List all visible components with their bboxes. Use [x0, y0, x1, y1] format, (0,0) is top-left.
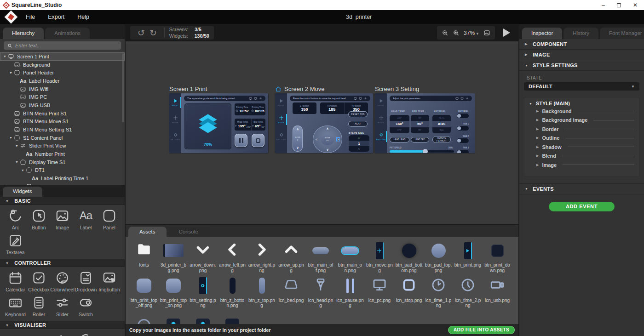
prt-speed-slider[interactable]	[390, 150, 454, 153]
asset-arrow_left.png[interactable]: arrow_left.png	[218, 240, 247, 273]
search-input[interactable]	[15, 43, 117, 48]
nav-print[interactable]: PRINT	[169, 97, 181, 108]
asset-arrow_right.png[interactable]: arrow_right.png	[247, 240, 276, 273]
style-item-border[interactable]: ▶Border	[529, 125, 634, 133]
widget-panel[interactable]: Panel	[98, 207, 121, 230]
menu-export[interactable]: Export	[41, 11, 71, 23]
steps-size-roller[interactable]: 1015	[349, 135, 369, 152]
widget-viz-spinner[interactable]	[74, 331, 98, 336]
close-button[interactable]: ✕	[633, 2, 638, 8]
screen-title-3[interactable]: Screen 3 Setting	[375, 85, 419, 92]
maximize-button[interactable]	[617, 3, 621, 7]
widget-viz-bar[interactable]	[27, 331, 51, 336]
widget-colorwheel[interactable]: Colorwheel	[51, 269, 74, 292]
widget-image[interactable]: Image	[51, 207, 74, 230]
expand-arrow-icon[interactable]: ▼	[14, 160, 19, 164]
asset-btn_print.png[interactable]: btn_print.png	[453, 240, 483, 273]
tab-assets[interactable]: Assets	[128, 227, 167, 237]
style-item-shadow[interactable]: ▶Shadow	[529, 143, 634, 151]
asset-btn_setting.png[interactable]: btn_setting.png	[188, 275, 218, 309]
widget-section-visualiser[interactable]: ▼VISUALISER	[0, 321, 125, 329]
undo-button[interactable]: ↺	[138, 28, 145, 37]
asset-icn_head.png[interactable]: icn_head.png	[306, 275, 335, 309]
asset-partial[interactable]	[159, 310, 188, 324]
asset-arrow_down.png[interactable]: arrow_down.png	[188, 240, 218, 273]
asset-icn_pause.png[interactable]: icn_pause.png	[335, 275, 365, 309]
play-button[interactable]	[503, 28, 510, 37]
tab-console[interactable]: Console	[168, 227, 209, 237]
fit-image-icon[interactable]	[483, 29, 490, 36]
widget-section-controller[interactable]: ▼CONTROLLER	[0, 259, 125, 267]
tree-item-btn-menu-move-s1[interactable]: BTN Menu Move S1	[0, 118, 125, 126]
screen-title-2[interactable]: < path/>Screen 2 Move	[275, 85, 324, 92]
roller-bed-temp-[interactable]: 90°50°55°	[411, 115, 429, 133]
section-events[interactable]: ▼EVENTS	[519, 183, 644, 194]
z-position-box[interactable]: Z Position350	[293, 103, 316, 114]
tree-item-slider-print-view[interactable]: ▼ Slider Print View	[0, 142, 125, 150]
roller-material[interactable]: PETGABSPLA	[432, 115, 451, 133]
tree-item-number-print[interactable]: Aa Number Print	[0, 150, 125, 158]
tree-item-background[interactable]: Background	[0, 61, 125, 69]
widget-button[interactable]: Button	[27, 207, 51, 230]
add-file-into-assets-button[interactable]: ADD FILE INTO ASSETS	[448, 326, 515, 334]
pause-button[interactable]	[235, 134, 247, 147]
style-main-header[interactable]: ▼STYLE (MAIN)	[529, 101, 634, 106]
widget-label[interactable]: AaLabel	[74, 207, 98, 230]
section-component[interactable]: ▶COMPONENT	[519, 39, 644, 50]
tree-item-partial[interactable]	[0, 182, 125, 185]
widget-textarea[interactable]: Textarea	[4, 232, 27, 255]
expand-arrow-icon[interactable]: ▼	[20, 169, 25, 172]
switch-fan-1[interactable]: FAN 1	[457, 123, 469, 131]
tab-inspector[interactable]: Inspector	[522, 28, 562, 39]
screen-statusbar[interactable]: Press the control buttons to move the tr…	[290, 96, 370, 101]
zoom-in-icon[interactable]	[453, 29, 460, 36]
tab-animations[interactable]: Animations	[45, 28, 90, 39]
asset-icn_time_1.png[interactable]: icn_time_1.png	[424, 275, 453, 309]
expand-arrow-icon[interactable]: ▼	[8, 136, 13, 139]
widget-checkbox[interactable]: Checkbox	[27, 269, 51, 292]
asset-btn_pad_top.png[interactable]: btn_pad_top.png	[424, 240, 453, 273]
screen-1-canvas[interactable]: The squareline.gcode word file is being …	[169, 93, 268, 153]
printing-time-box[interactable]: Printing Time10:52Printing Time08:25	[235, 103, 265, 115]
switch-fan-2[interactable]: FAN 2	[457, 135, 469, 143]
widget-calendar[interactable]: Calendar	[4, 269, 27, 292]
nav-setting[interactable]: SETTING	[275, 131, 287, 142]
asset-btn_move.png[interactable]: btn_move.png	[365, 240, 394, 273]
screen-title-1[interactable]: Screen 1 Print	[169, 85, 207, 92]
move-xy-dpad[interactable]: ∧∨<> MOVEXY	[313, 125, 342, 153]
asset-btn_main_on.png[interactable]: btn_main_on.png	[335, 240, 365, 273]
asset-btn_pad_bottom.png[interactable]: btn_pad_bottom.png	[394, 240, 424, 273]
redo-button[interactable]: ↻	[150, 28, 157, 37]
nav-print[interactable]: PRINT	[275, 97, 287, 108]
tree-item-btn-menu-setting-s1[interactable]: BTN Menu Setting S1	[0, 125, 125, 134]
asset-btn_print_top_off.png[interactable]: btn_print_top_off.png	[129, 275, 159, 309]
asset-icn_pc.png[interactable]: icn_pc.png	[365, 275, 394, 309]
style-item-blend[interactable]: ▶Blend	[529, 152, 634, 160]
screen-statusbar[interactable]: Adjust the print parameters	[390, 96, 472, 101]
widget-dropdown[interactable]: Dropdown	[74, 269, 98, 292]
screen-3-canvas[interactable]: Adjust the print parametersPRINTMOVESETT…	[375, 93, 475, 153]
zoom-level-dropdown[interactable]: 37%▼	[464, 28, 479, 37]
state-dropdown[interactable]: DEFAULT ▼	[524, 82, 639, 91]
switch-material[interactable]: MATERIAL	[457, 110, 469, 118]
asset-btn_main_off.png[interactable]: btn_main_off.png	[306, 240, 335, 273]
tree-item-label-printing-time-1[interactable]: Aa Label Printing Time 1	[0, 174, 125, 182]
asset-btn_z_botton.png[interactable]: btn_z_botton.png	[218, 275, 247, 309]
asset-btn_print_top_on.png[interactable]: btn_print_top_on.png	[159, 275, 188, 309]
tab-widgets[interactable]: Widgets	[3, 187, 42, 197]
widget-viz-chart[interactable]	[51, 331, 74, 336]
nav-move[interactable]: MOVE	[375, 114, 387, 125]
style-item-background[interactable]: ▶Background	[529, 107, 634, 115]
expand-arrow-icon[interactable]: ▼	[14, 144, 19, 148]
section-style-settings[interactable]: ▼STYLE SETTINGS	[519, 60, 644, 71]
tree-item-dt1[interactable]: ▼ DT1	[0, 166, 125, 175]
hierarchy-search[interactable]	[4, 41, 121, 50]
add-event-button[interactable]: ADD EVENT	[549, 202, 615, 211]
tree-item-label-header[interactable]: Aa Label Header	[0, 77, 125, 85]
tab-font-manager[interactable]: Font Manager	[600, 28, 644, 39]
heat-bed-button[interactable]: HEAT BED	[411, 137, 429, 142]
asset-fonts[interactable]: fonts	[129, 240, 159, 273]
asset-icn_bed.png[interactable]: icn_bed.png	[276, 275, 306, 309]
design-canvas[interactable]: Screen 1 PrintThe squareline.gcode word …	[126, 41, 518, 224]
asset-partial[interactable]	[218, 310, 247, 324]
